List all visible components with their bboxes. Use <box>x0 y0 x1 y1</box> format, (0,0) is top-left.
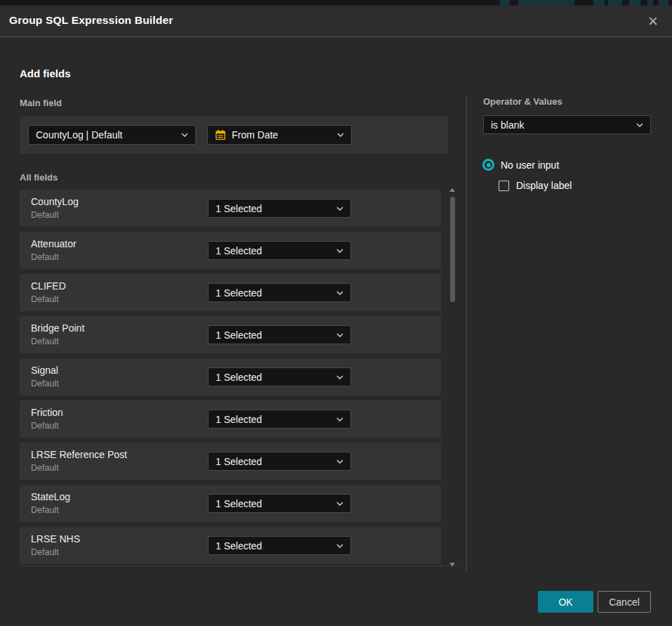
chevron-down-icon <box>336 207 343 211</box>
field-selection-value: 1 Selected <box>216 330 331 341</box>
chevron-down-icon <box>336 249 343 253</box>
chevron-down-icon <box>337 133 344 137</box>
field-name: Bridge Point <box>31 322 84 334</box>
field-selection-value: 1 Selected <box>216 287 331 299</box>
field-subtitle: Default <box>31 505 59 515</box>
field-selection-value: 1 Selected <box>216 540 331 552</box>
chevron-down-icon <box>336 502 343 506</box>
operator-select-value: is blank <box>491 119 631 131</box>
background-toolbar-fragment <box>593 0 605 6</box>
field-selection-select[interactable]: 1 Selected <box>208 410 351 429</box>
field-selection-select[interactable]: 1 Selected <box>208 494 351 513</box>
radio-selected-icon <box>482 159 494 171</box>
field-name: LRSE NHS <box>31 533 80 545</box>
field-selection-value: 1 Selected <box>216 498 331 509</box>
field-name: LRSE Reference Post <box>31 449 127 460</box>
field-selection-value: 1 Selected <box>216 372 331 383</box>
main-field-field-value: From Date <box>232 129 331 141</box>
list-scrollbar[interactable] <box>449 187 456 568</box>
field-subtitle: Default <box>31 463 59 473</box>
field-row-friction: Friction Default 1 Selected <box>20 400 441 438</box>
display-label-checkbox[interactable]: Display label <box>499 180 572 191</box>
field-name: Attenuator <box>31 238 77 249</box>
field-selection-select[interactable]: 1 Selected <box>208 283 351 302</box>
dialog-title: Group SQL Expression Builder <box>9 14 173 27</box>
chevron-down-icon <box>336 459 343 464</box>
main-field-label: Main field <box>20 98 62 108</box>
field-row-lrse-nhs: LRSE NHS Default 1 Selected <box>20 527 441 564</box>
field-selection-select[interactable]: 1 Selected <box>208 452 351 471</box>
panel-divider <box>466 96 467 571</box>
field-name: Signal <box>31 365 58 376</box>
chevron-down-icon <box>336 544 343 548</box>
background-toolbar-fragment <box>659 0 668 6</box>
background-toolbar-fragment <box>629 0 640 6</box>
main-field-source-value: CountyLog | Default <box>36 129 176 141</box>
field-name: CountyLog <box>31 196 79 207</box>
chevron-down-icon <box>636 123 643 127</box>
chevron-down-icon <box>336 291 343 295</box>
background-toolbar-fragment <box>608 0 622 6</box>
field-subtitle: Default <box>31 337 59 346</box>
all-fields-list: CountyLog Default 1 Selected Attenuator … <box>20 190 441 569</box>
chevron-down-icon <box>336 417 343 422</box>
main-field-source-select[interactable]: CountyLog | Default <box>28 125 196 145</box>
chevron-down-icon <box>336 375 343 379</box>
list-bottom-border <box>20 566 460 566</box>
field-selection-value: 1 Selected <box>216 414 331 425</box>
add-fields-heading: Add fields <box>20 67 71 79</box>
scrollbar-thumb[interactable] <box>450 197 455 302</box>
field-row-attenuator: Attenuator Default 1 Selected <box>20 232 441 269</box>
field-selection-value: 1 Selected <box>216 203 331 214</box>
main-field-section: CountyLog | Default From Date <box>20 116 448 154</box>
field-row-statelog: StateLog Default 1 Selected <box>20 485 441 522</box>
calendar-icon <box>215 129 226 141</box>
field-selection-value: 1 Selected <box>216 245 331 256</box>
chevron-down-icon <box>181 133 188 137</box>
field-name: CLIFED <box>31 280 66 292</box>
field-subtitle: Default <box>31 252 59 262</box>
scrollbar-down-arrow-icon[interactable] <box>449 563 455 566</box>
all-fields-label: All fields <box>20 172 58 183</box>
field-selection-select[interactable]: 1 Selected <box>208 241 351 260</box>
screen: Group SQL Expression Builder ✕ Add field… <box>0 0 672 626</box>
background-toolbar-fragment <box>518 0 574 6</box>
field-selection-select[interactable]: 1 Selected <box>208 199 351 218</box>
checkbox-unchecked-icon <box>499 181 509 191</box>
main-field-field-select[interactable]: From Date <box>207 125 352 145</box>
field-selection-select[interactable]: 1 Selected <box>208 367 351 386</box>
no-user-input-label: No user input <box>501 159 559 171</box>
field-name: StateLog <box>31 491 70 502</box>
field-subtitle: Default <box>31 421 59 431</box>
background-toolbar-fragment <box>647 0 653 6</box>
display-label-label: Display label <box>516 180 572 191</box>
background-toolbar-strip <box>0 0 672 6</box>
field-subtitle: Default <box>31 210 59 220</box>
field-row-countylog: CountyLog Default 1 Selected <box>20 190 441 227</box>
scrollbar-up-arrow-icon[interactable] <box>449 188 455 192</box>
field-subtitle: Default <box>31 547 59 557</box>
field-subtitle: Default <box>31 379 59 389</box>
field-row-lrse-reference-post: LRSE Reference Post Default 1 Selected <box>20 443 441 480</box>
field-selection-value: 1 Selected <box>216 456 331 467</box>
group-sql-expression-builder-dialog: Group SQL Expression Builder ✕ Add field… <box>0 6 672 626</box>
no-user-input-radio[interactable]: No user input <box>482 159 559 171</box>
background-toolbar-fragment <box>500 0 510 6</box>
field-selection-select[interactable]: 1 Selected <box>208 325 351 344</box>
operator-select[interactable]: is blank <box>483 115 651 134</box>
field-row-signal: Signal Default 1 Selected <box>20 358 441 396</box>
field-selection-select[interactable]: 1 Selected <box>208 536 351 555</box>
field-row-bridge-point: Bridge Point Default 1 Selected <box>20 316 441 353</box>
ok-button[interactable]: OK <box>538 591 593 613</box>
cancel-button[interactable]: Cancel <box>598 591 651 613</box>
close-icon[interactable]: ✕ <box>644 12 662 30</box>
field-name: Friction <box>31 407 63 418</box>
dialog-header: Group SQL Expression Builder ✕ <box>0 6 672 37</box>
field-subtitle: Default <box>31 294 59 304</box>
field-row-clifed: CLIFED Default 1 Selected <box>20 274 441 311</box>
operator-values-label: Operator & Values <box>483 96 562 107</box>
chevron-down-icon <box>336 333 343 337</box>
